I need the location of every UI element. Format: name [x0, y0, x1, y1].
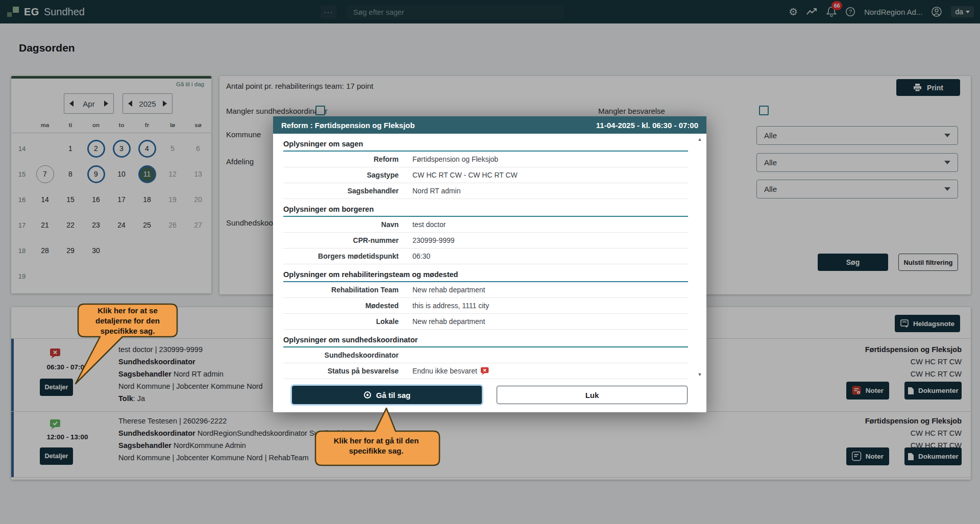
- status-rejected-icon: [480, 367, 489, 376]
- detail-row: ReformFørtidspension og Fleksjob: [283, 152, 688, 167]
- detail-row: LokaleNew rehab department: [283, 314, 688, 330]
- go-to-case-button[interactable]: Gå til sag: [292, 386, 482, 404]
- modal-header: Reform : Førtidspension og Fleksjob 11-0…: [273, 116, 706, 134]
- app-root: EG Sundhed ··· ⚙ 66 ? NordRegion Ad... d…: [0, 0, 980, 524]
- callout-details-text: Klik her for at se detaljerne for den sp…: [80, 306, 176, 336]
- scroll-down-arrow[interactable]: ▼: [698, 372, 702, 377]
- modal-datetime: 11-04-2025 - kl. 06:30 - 07:00: [596, 121, 698, 130]
- modal-scrollbar[interactable]: ▲▼: [697, 137, 703, 377]
- detail-row: Status på besvarelse Endnu ikke besvaret: [283, 363, 688, 379]
- section-title: Oplysninger om sundhedskoordinator: [283, 330, 688, 347]
- detail-row: SagstypeCW HC RT CW - CW HC RT CW: [283, 167, 688, 183]
- modal-body: Oplysninger om sagen ReformFørtidspensio…: [273, 134, 706, 380]
- detail-row: Mødestedthis is address, 1111 city: [283, 298, 688, 314]
- detail-row: Sundhedskoordinator: [283, 347, 688, 363]
- detail-row: Borgers mødetidspunkt06:30: [283, 248, 688, 264]
- case-details-modal: Reform : Førtidspension og Fleksjob 11-0…: [273, 116, 706, 412]
- detail-row: SagsbehandlerNord RT admin: [283, 183, 688, 199]
- detail-row: Navntest doctor: [283, 217, 688, 233]
- callout-go-to-case-text: Klik her for at gå til den specifikke sa…: [318, 436, 434, 456]
- scroll-up-arrow[interactable]: ▲: [698, 137, 702, 142]
- eye-target-icon: [363, 391, 372, 399]
- detail-row: Rehabilitation TeamNew rehab department: [283, 282, 688, 298]
- modal-title: Reform : Førtidspension og Fleksjob: [281, 121, 415, 130]
- section-title: Oplysninger om sagen: [283, 134, 688, 152]
- close-modal-button[interactable]: Luk: [497, 386, 688, 404]
- section-title: Oplysninger om rehabiliteringsteam og mø…: [283, 264, 688, 282]
- section-title: Oplysninger om borgeren: [283, 199, 688, 217]
- detail-row: CPR-nummer230999-9999: [283, 233, 688, 248]
